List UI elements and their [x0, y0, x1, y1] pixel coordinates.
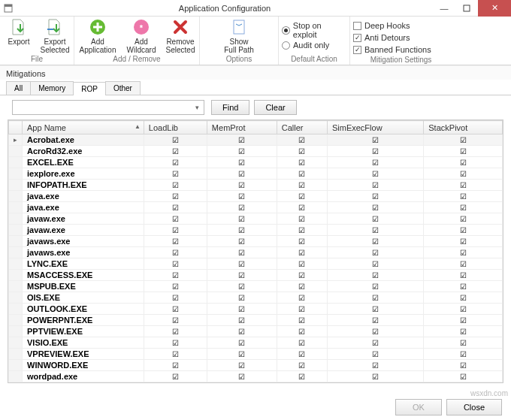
mitigation-checkbox[interactable]: ☑ [144, 337, 207, 349]
mitigation-checkbox[interactable]: ☑ [277, 168, 327, 180]
table-row[interactable]: OUTLOOK.EXE ☑☑☑☑☑ [9, 304, 503, 315]
mitigation-checkbox[interactable]: ☑ [277, 258, 327, 270]
mitigation-checkbox[interactable]: ☑ [424, 304, 503, 315]
row-selector[interactable] [9, 247, 23, 258]
column-header[interactable]: LoadLib [144, 121, 207, 134]
mitigation-checkbox[interactable]: ☑ [277, 337, 327, 349]
mitigation-checkbox[interactable]: ☑ [327, 225, 423, 236]
mitigation-checkbox[interactable]: ☑ [207, 213, 277, 225]
mitigation-checkbox[interactable]: ☑ [424, 191, 503, 202]
mitigation-checkbox[interactable]: ☑ [327, 292, 423, 304]
mitigation-checkbox[interactable]: ☑ [424, 180, 503, 191]
find-button[interactable]: Find [211, 100, 249, 115]
mitigation-checkbox[interactable]: ☑ [424, 371, 503, 382]
anti-detours-checkbox[interactable]: Anti Detours [353, 33, 449, 42]
row-selector[interactable] [9, 180, 23, 191]
mitigation-checkbox[interactable]: ☑ [207, 202, 277, 213]
row-selector[interactable] [9, 146, 23, 157]
add-application-button[interactable]: Add Application [77, 18, 118, 54]
table-row[interactable]: VISIO.EXE ☑☑☑☑☑ [9, 337, 503, 349]
mitigation-checkbox[interactable]: ☑ [424, 326, 503, 337]
row-selector[interactable] [9, 225, 23, 236]
mitigation-checkbox[interactable]: ☑ [144, 236, 207, 247]
mitigation-checkbox[interactable]: ☑ [424, 270, 503, 281]
mitigation-checkbox[interactable]: ☑ [144, 304, 207, 315]
audit-only-radio[interactable]: Audit only [282, 41, 346, 50]
mitigation-checkbox[interactable]: ☑ [327, 258, 423, 270]
mitigation-checkbox[interactable]: ☑ [207, 225, 277, 236]
close-button[interactable]: Close [446, 399, 502, 415]
mitigation-checkbox[interactable]: ☑ [277, 326, 327, 337]
table-row[interactable]: java.exe ☑☑☑☑☑ [9, 202, 503, 213]
tab-other[interactable]: Other [105, 81, 141, 95]
export-selected-button[interactable]: Export Selected [39, 18, 71, 54]
mitigation-checkbox[interactable]: ☑ [277, 213, 327, 225]
row-selector[interactable] [9, 236, 23, 247]
add-wildcard-button[interactable]: * Add Wildcard [122, 18, 160, 54]
mitigation-checkbox[interactable]: ☑ [327, 168, 423, 180]
row-selector[interactable] [9, 258, 23, 270]
mitigation-checkbox[interactable]: ☑ [207, 236, 277, 247]
mitigation-checkbox[interactable]: ☑ [207, 191, 277, 202]
mitigation-checkbox[interactable]: ☑ [144, 270, 207, 281]
table-row[interactable]: java.exe ☑☑☑☑☑ [9, 191, 503, 202]
mitigation-checkbox[interactable]: ☑ [327, 146, 423, 157]
mitigation-checkbox[interactable]: ☑ [424, 236, 503, 247]
mitigation-checkbox[interactable]: ☑ [424, 134, 503, 146]
column-header[interactable]: StackPivot [424, 121, 503, 134]
mitigation-checkbox[interactable]: ☑ [424, 349, 503, 360]
mitigation-checkbox[interactable]: ☑ [144, 134, 207, 146]
mitigation-checkbox[interactable]: ☑ [327, 202, 423, 213]
row-selector[interactable] [9, 304, 23, 315]
mitigation-checkbox[interactable]: ☑ [144, 247, 207, 258]
mitigation-checkbox[interactable]: ☑ [327, 180, 423, 191]
clear-button[interactable]: Clear [254, 100, 296, 115]
row-selector[interactable] [9, 202, 23, 213]
row-selector[interactable] [9, 270, 23, 281]
mitigation-checkbox[interactable]: ☑ [144, 292, 207, 304]
mitigation-checkbox[interactable]: ☑ [327, 247, 423, 258]
column-header[interactable]: Caller [277, 121, 327, 134]
row-selector[interactable] [9, 349, 23, 360]
mitigation-checkbox[interactable]: ☑ [144, 180, 207, 191]
mitigation-checkbox[interactable]: ☑ [327, 326, 423, 337]
mitigation-checkbox[interactable]: ☑ [277, 349, 327, 360]
mitigation-checkbox[interactable]: ☑ [277, 270, 327, 281]
table-row[interactable]: javaws.exe ☑☑☑☑☑ [9, 247, 503, 258]
mitigation-checkbox[interactable]: ☑ [144, 213, 207, 225]
mitigation-checkbox[interactable]: ☑ [144, 146, 207, 157]
mitigation-checkbox[interactable]: ☑ [277, 134, 327, 146]
mitigation-checkbox[interactable]: ☑ [277, 191, 327, 202]
row-selector[interactable] [9, 371, 23, 382]
mitigation-checkbox[interactable]: ☑ [207, 292, 277, 304]
mitigation-checkbox[interactable]: ☑ [277, 315, 327, 326]
mitigation-checkbox[interactable]: ☑ [424, 202, 503, 213]
table-row[interactable]: EXCEL.EXE ☑☑☑☑☑ [9, 157, 503, 168]
table-row[interactable]: MSPUB.EXE ☑☑☑☑☑ [9, 281, 503, 292]
row-selector[interactable] [9, 191, 23, 202]
mitigation-checkbox[interactable]: ☑ [207, 315, 277, 326]
tab-all[interactable]: All [6, 81, 31, 95]
mitigation-checkbox[interactable]: ☑ [277, 281, 327, 292]
mitigation-checkbox[interactable]: ☑ [327, 360, 423, 371]
row-selector[interactable] [9, 337, 23, 349]
mitigation-checkbox[interactable]: ☑ [424, 168, 503, 180]
mitigation-checkbox[interactable]: ☑ [327, 191, 423, 202]
column-header[interactable]: SimExecFlow [327, 121, 423, 134]
table-row[interactable]: INFOPATH.EXE ☑☑☑☑☑ [9, 180, 503, 191]
mitigation-checkbox[interactable]: ☑ [327, 349, 423, 360]
table-row[interactable]: PPTVIEW.EXE ☑☑☑☑☑ [9, 326, 503, 337]
table-row[interactable]: javaw.exe ☑☑☑☑☑ [9, 213, 503, 225]
mitigation-checkbox[interactable]: ☑ [424, 281, 503, 292]
mitigation-checkbox[interactable]: ☑ [277, 292, 327, 304]
row-selector[interactable] [9, 292, 23, 304]
mitigation-checkbox[interactable]: ☑ [144, 191, 207, 202]
table-row[interactable]: wordpad.exe ☑☑☑☑☑ [9, 371, 503, 382]
mitigation-checkbox[interactable]: ☑ [277, 304, 327, 315]
ok-button[interactable]: OK [395, 399, 442, 415]
stop-on-exploit-radio[interactable]: Stop on exploit [282, 21, 346, 39]
table-row[interactable]: POWERPNT.EXE ☑☑☑☑☑ [9, 315, 503, 326]
mitigation-checkbox[interactable]: ☑ [207, 146, 277, 157]
table-row[interactable]: WINWORD.EXE ☑☑☑☑☑ [9, 360, 503, 371]
mitigation-checkbox[interactable]: ☑ [144, 225, 207, 236]
